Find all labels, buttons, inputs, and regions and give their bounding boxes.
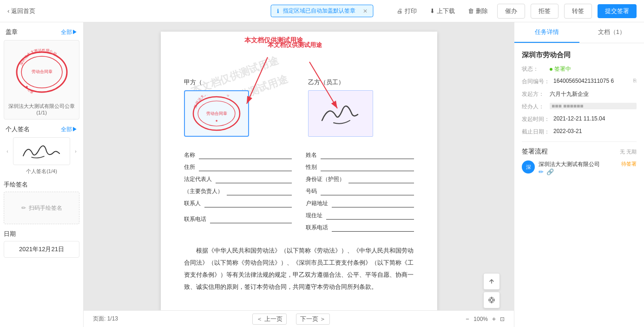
operator-val: ■■■ ■■■■■■ — [550, 103, 637, 109]
date-title: 日期 — [4, 230, 79, 238]
download-button[interactable]: ⬇ 上下载 — [426, 5, 459, 17]
remind-button[interactable]: 催办 — [497, 4, 525, 19]
locate-btn[interactable] — [483, 292, 500, 308]
notification-close[interactable]: ✕ — [363, 8, 368, 14]
party-b-signature-box[interactable] — [308, 90, 373, 137]
id-label: 身份证（护照） — [306, 175, 345, 183]
next-page-btn[interactable]: 下一页 ＞ — [296, 314, 330, 325]
field-household: 户籍地址 — [306, 199, 414, 207]
sender-row: 发起方： 六月十九新企业 — [522, 90, 637, 98]
field-contact-a: 联系人 — [184, 199, 292, 207]
party-a: 甲方（ 深圳法大大测试有限公司 劳动合同章 ★ — [184, 78, 290, 141]
personal-sign-section: 个人签名 全部▶ ‹ › 个人签名(1/4) — [4, 125, 79, 175]
download-label: 上下载 — [437, 7, 455, 15]
name-line-a — [199, 151, 292, 159]
contract-num-row: 合同编号： 164005650421311075 6 ⎘ — [522, 78, 637, 86]
field-phone-b: 联系电话 — [306, 223, 414, 232]
toolbar-center: ℹ 指定区域已自动加盖默认签章 ✕ — [271, 5, 374, 17]
delete-label: 删除 — [476, 7, 488, 15]
seal-title: 盖章 — [6, 28, 18, 36]
locate-icon — [488, 296, 495, 304]
transfer-button[interactable]: 转签 — [564, 4, 592, 19]
address-line-a — [199, 163, 292, 171]
delete-button[interactable]: 🗑 删除 — [464, 5, 492, 17]
main-person-line — [227, 187, 292, 195]
flow-actions: ✏ 🔗 — [539, 168, 618, 175]
deadline-key: 截止日期： — [522, 128, 550, 136]
toolbar-right: 🖨 打印 ⬇ 上下载 🗑 删除 催办 拒签 转签 提交签署 — [393, 4, 637, 19]
toolbar-left: ‹ 返回首页 — [7, 7, 35, 15]
field-gender: 性别 — [306, 163, 414, 171]
legal-rep-line — [216, 175, 292, 183]
prev-page-btn[interactable]: ＜ 上一页 — [252, 314, 287, 325]
deadline-row: 截止日期： 2022-03-21 — [522, 128, 637, 136]
id-num-label: 号码 — [306, 187, 317, 195]
fit-screen-icon[interactable]: ⊡ — [500, 316, 505, 322]
doc-area-wrapper: 本文档仅供测试用途 本文档仅供测试用途 本文档仅供测试用途 — [84, 22, 514, 327]
field-id: 身份证（护照） — [306, 175, 414, 183]
print-label: 打印 — [405, 7, 417, 15]
divider — [522, 141, 637, 142]
back-button[interactable]: ‹ 返回首页 — [7, 7, 35, 15]
signature-svg — [19, 140, 65, 163]
status-row: 状态： 签署中 — [522, 65, 637, 73]
name-label-b: 姓名 — [306, 151, 317, 159]
right-panel: 任务详情 文档（1） 深圳市劳动合同 状态： 签署中 合同编号： 1640056… — [514, 22, 644, 327]
handwrite-section: 手绘签名 ✏ 扫码手绘签名 — [4, 180, 79, 224]
handwrite-btn-label: 扫码手绘签名 — [29, 204, 62, 212]
carousel-prev[interactable]: ‹ — [4, 147, 11, 155]
tab-task-details[interactable]: 任务详情 — [514, 22, 579, 43]
legal-rep-label: 法定代表人 — [184, 175, 212, 183]
handwrite-title: 手绘签名 — [4, 180, 79, 189]
notification-text: 指定区域已自动加盖默认签章 — [283, 7, 355, 15]
svg-text:劳动合同章: 劳动合同章 — [206, 111, 227, 116]
party-b-sig-svg — [315, 95, 366, 132]
tab-document[interactable]: 文档（1） — [579, 22, 644, 43]
household-line — [332, 199, 414, 207]
party-b: 乙方（员工） — [308, 78, 414, 141]
sign-flow-item: 深 深圳法大大测试有限公司 ✏ 🔗 待签署 — [522, 160, 637, 175]
personal-sign-all-btn[interactable]: 全部▶ — [61, 126, 78, 133]
name-label-a: 名称 — [184, 151, 195, 159]
seal-card[interactable]: 深圳法大大测试有限公司 劳动合同章 ★ 公章 深圳法大大测试有限公司公章(1/1… — [4, 40, 79, 120]
party-a-stamp-svg: 深圳法大大测试有限公司 劳动合同章 ★ — [191, 95, 242, 132]
field-name-b: 姓名 — [306, 151, 414, 159]
left-collapse-btn[interactable]: › — [83, 166, 84, 184]
party-b-label: 乙方（员工） — [308, 78, 414, 87]
current-addr-line — [326, 211, 414, 220]
party-a-stamp-box[interactable]: 深圳法大大测试有限公司 劳动合同章 ★ — [184, 90, 249, 137]
seal-all-btn[interactable]: 全部▶ — [61, 28, 78, 36]
refuse-button[interactable]: 拒签 — [531, 4, 559, 19]
date-section: 日期 2021年12月21日 — [4, 230, 79, 258]
phone-label-b: 联系电话 — [306, 224, 328, 232]
id-num-line — [321, 187, 414, 195]
print-button[interactable]: 🖨 打印 — [393, 5, 421, 17]
sign-preview[interactable] — [13, 137, 70, 165]
right-content: 深圳市劳动合同 状态： 签署中 合同编号： 164005650421311075… — [514, 43, 644, 187]
flow-link-icon[interactable]: 🔗 — [546, 168, 554, 175]
contract-parties: 甲方（ 深圳法大大测试有限公司 劳动合同章 ★ — [184, 78, 414, 141]
current-addr-label: 现住址 — [306, 212, 322, 220]
seal-label: 深圳法大大测试有限公司公章(1/1) — [8, 103, 75, 115]
delete-icon: 🗑 — [468, 7, 474, 14]
handwrite-area[interactable]: ✏ 扫码手绘签名 — [4, 192, 79, 224]
field-address-a: 住所 — [184, 163, 292, 171]
personal-sign-header: 个人签名 全部▶ — [4, 125, 79, 133]
page-info: 页面: 1/13 — [93, 315, 118, 323]
doc-page: 本文档仅供测试用途 本文档仅供测试用途 本文档仅供测试用途 — [161, 32, 437, 310]
doc-scroll[interactable]: 本文档仅供测试用途 本文档仅供测试用途 本文档仅供测试用途 — [84, 22, 514, 310]
start-time-val: 2021-12-21 11.15.04 — [553, 115, 637, 122]
copy-icon[interactable]: ⎘ — [633, 78, 637, 83]
submit-button[interactable]: 提交签署 — [598, 4, 637, 18]
zoom-in-btn[interactable]: ＋ — [491, 315, 497, 323]
zoom-out-btn[interactable]: － — [464, 315, 471, 323]
field-current-addr: 现住址 — [306, 211, 414, 220]
scroll-up-btn[interactable] — [483, 273, 500, 290]
toolbar: ‹ 返回首页 ℹ 指定区域已自动加盖默认签章 ✕ 🖨 打印 ⬇ 上下载 🗑 删除… — [0, 0, 644, 22]
seal-section-header: 盖章 全部▶ — [4, 28, 79, 36]
field-legal-rep: 法定代表人 — [184, 175, 292, 183]
status-dot — [550, 68, 552, 71]
field-id-num: 号码 — [306, 187, 414, 195]
carousel-next[interactable]: › — [72, 147, 79, 155]
flow-edit-icon[interactable]: ✏ — [539, 168, 544, 175]
